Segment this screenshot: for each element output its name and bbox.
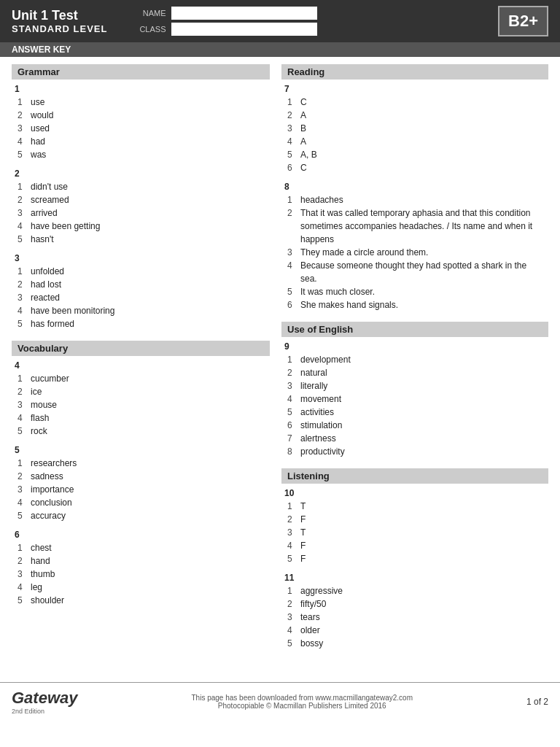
use-of-english-q9-num: 9 [284,341,545,352]
list-item: 1researchers [15,457,267,470]
list-item: 5accuracy [15,509,267,522]
list-item: 5has formed [15,317,267,330]
unit-title: Unit 1 Test [12,8,107,23]
list-item: 5activities [284,406,545,419]
vocabulary-content: 4 1cucumber 2ice 3mouse 4flash 5rock 5 1… [12,360,270,607]
list-item: 1didn't use [15,180,267,193]
reading-header: Reading [281,64,548,80]
class-label: CLASS [136,25,166,34]
list-item: 5shoulder [15,594,267,607]
grammar-section: Grammar 1 1use 2would 3used 4had 5was 2 … [12,64,270,330]
grammar-group-3: 3 1unfolded 2had lost 3reacted 4have bee… [15,253,267,330]
list-item: 4had [15,135,267,148]
list-item: 1headaches [284,193,545,206]
list-item: 2ice [15,385,267,398]
class-row: CLASS [136,23,486,36]
page-footer: Gateway 2nd Edition This page has been d… [0,682,560,721]
list-item: 3arrived [15,206,267,220]
list-item: 4have been getting [15,220,267,233]
name-row: NAME [136,7,486,20]
list-item: 4A [284,135,545,148]
list-item: 2natural [284,366,545,379]
grammar-group-1: 1 1use 2would 3used 4had 5was [15,84,267,161]
list-item: 4have been monitoring [15,304,267,317]
grammar-group-2: 2 1didn't use 2screamed 3arrived 4have b… [15,169,267,246]
left-column: Grammar 1 1use 2would 3used 4had 5was 2 … [12,64,281,660]
class-input[interactable] [171,23,317,36]
reading-content: 7 1C 2A 3B 4A 5A, B 6C 8 1headaches 2Tha… [281,84,548,311]
listening-section: Listening 10 1T 2F 3T 4F 5F 11 1aggressi… [281,468,548,650]
grammar-content: 1 1use 2would 3used 4had 5was 2 1didn't … [12,84,270,330]
list-item: 3B [284,122,545,135]
main-content: Grammar 1 1use 2would 3used 4had 5was 2 … [0,57,560,667]
gateway-logo-text: Gateway [12,689,78,708]
page-number: 1 of 2 [526,697,548,707]
list-item: 4conclusion [15,496,267,509]
list-item: 5rock [15,425,267,438]
name-label: NAME [136,9,166,18]
list-item: 1use [15,96,267,109]
edition-label: 2nd Edition [12,708,44,715]
list-item: 6stimulation [284,419,545,432]
list-item: 2would [15,109,267,122]
footer-line2: Photocopiable © Macmillan Publishers Lim… [191,702,413,710]
page-header: Unit 1 Test STANDARD LEVEL NAME CLASS B2… [0,0,560,42]
grammar-header: Grammar [12,64,270,80]
list-item: 2F [284,513,545,526]
list-item: 2sadness [15,470,267,483]
footer-line1: This page has been downloaded from www.m… [191,694,413,702]
list-item: 4movement [284,392,545,406]
list-item: 5was [15,148,267,161]
list-item: 5bossy [284,637,545,650]
grammar-q3-num: 3 [15,253,267,263]
vocab-group-6: 6 1chest 2hand 3thumb 4leg 5shoulder [15,530,267,607]
footer-logo: Gateway 2nd Edition [12,689,78,715]
list-item: 3importance [15,483,267,496]
list-item: 6She makes hand signals. [284,298,545,311]
list-item: 4leg [15,581,267,594]
grammar-q1-num: 1 [15,84,267,94]
list-item: 2screamed [15,193,267,206]
list-item: 2fifty/50 [284,597,545,611]
list-item: 4Because someone thought they had spotte… [284,259,545,285]
listening-q10-num: 10 [284,488,545,498]
list-item: 5hasn't [15,233,267,246]
list-item: 3tears [284,611,545,624]
list-item: 6C [284,161,545,174]
list-item: 3mouse [15,398,267,411]
header-fields: NAME CLASS [136,7,486,36]
list-item: 4F [284,539,545,552]
use-of-english-group-9: 9 1development 2natural 3literally 4move… [284,341,545,458]
list-item: 7alertness [284,432,545,445]
list-item: 2hand [15,554,267,568]
listening-q11-num: 11 [284,573,545,583]
list-item: 2That it was called temporary aphasia an… [284,206,545,246]
listening-group-11: 11 1aggressive 2fifty/50 3tears 4older 5… [284,573,545,650]
vocab-group-5: 5 1researchers 2sadness 3importance 4con… [15,445,267,522]
list-item: 3used [15,122,267,135]
right-column: Reading 7 1C 2A 3B 4A 5A, B 6C 8 1headac… [281,64,548,660]
list-item: 2had lost [15,278,267,291]
list-item: 1cucumber [15,372,267,385]
list-item: 1chest [15,541,267,554]
list-item: 3They made a circle around them. [284,246,545,259]
vocab-group-4: 4 1cucumber 2ice 3mouse 4flash 5rock [15,360,267,438]
reading-group-8: 8 1headaches 2That it was called tempora… [284,182,545,311]
vocab-q4-num: 4 [15,360,267,371]
list-item: 1C [284,96,545,109]
list-item: 3thumb [15,568,267,581]
vocab-q5-num: 5 [15,445,267,455]
answer-key-label: ANSWER KEY [12,44,71,55]
vocabulary-section: Vocabulary 4 1cucumber 2ice 3mouse 4flas… [12,341,270,607]
grammar-q2-num: 2 [15,169,267,179]
level-badge: B2+ [498,6,548,36]
reading-q7-num: 7 [284,84,545,94]
name-input[interactable] [171,7,317,20]
reading-group-7: 7 1C 2A 3B 4A 5A, B 6C [284,84,545,174]
list-item: 1development [284,353,545,366]
level-title: STANDARD LEVEL [12,23,107,34]
list-item: 5F [284,552,545,565]
list-item: 4flash [15,411,267,425]
list-item: 3reacted [15,291,267,304]
vocabulary-header: Vocabulary [12,341,270,356]
